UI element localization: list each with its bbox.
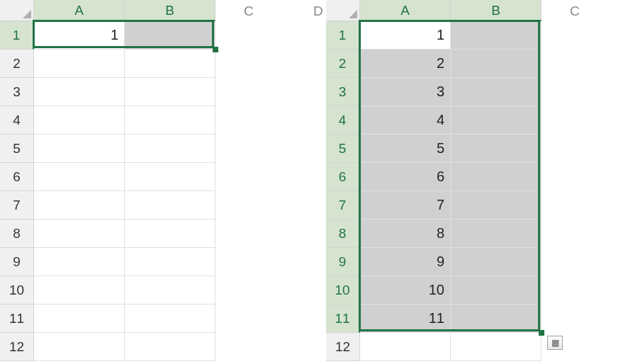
cell[interactable] xyxy=(360,333,451,361)
row-header[interactable]: 12 xyxy=(0,333,34,361)
cell[interactable] xyxy=(34,248,125,276)
cell[interactable] xyxy=(125,333,215,361)
row-header[interactable]: 10 xyxy=(326,276,360,305)
cell[interactable] xyxy=(34,78,125,106)
row-header[interactable]: 9 xyxy=(0,248,34,276)
select-all-corner[interactable] xyxy=(326,0,360,21)
cell[interactable] xyxy=(34,135,125,163)
cell[interactable] xyxy=(34,220,125,248)
row-header[interactable]: 11 xyxy=(0,305,34,333)
row-header[interactable]: 1 xyxy=(326,21,360,50)
cell[interactable]: 3 xyxy=(360,78,451,106)
cell[interactable] xyxy=(34,50,125,78)
cell[interactable] xyxy=(451,305,542,333)
cell[interactable] xyxy=(451,21,542,50)
autofill-options-icon: ▦ xyxy=(551,338,559,348)
cell[interactable]: 7 xyxy=(360,191,451,220)
cell[interactable] xyxy=(34,305,125,333)
cell[interactable] xyxy=(34,276,125,305)
cell[interactable]: 8 xyxy=(360,220,451,248)
column-header-partial-next: C xyxy=(570,4,580,19)
row-header[interactable]: 4 xyxy=(326,106,360,135)
cell[interactable]: 1 xyxy=(360,21,451,50)
cell[interactable]: 10 xyxy=(360,276,451,305)
row-header[interactable]: 9 xyxy=(326,248,360,276)
row-header[interactable]: 4 xyxy=(0,106,34,135)
select-all-corner[interactable] xyxy=(0,0,34,21)
fill-handle[interactable] xyxy=(539,330,544,336)
row-header[interactable]: 7 xyxy=(0,191,34,220)
cell[interactable] xyxy=(125,305,215,333)
cell[interactable]: 9 xyxy=(360,248,451,276)
cell[interactable]: 6 xyxy=(360,163,451,191)
fill-handle[interactable] xyxy=(213,47,218,52)
row-header[interactable]: 3 xyxy=(0,78,34,106)
cell[interactable] xyxy=(34,163,125,191)
row-header[interactable]: 2 xyxy=(0,50,34,78)
column-header-A[interactable]: A xyxy=(360,0,451,21)
cell[interactable] xyxy=(125,276,215,305)
cell[interactable] xyxy=(451,276,542,305)
spreadsheet-left[interactable]: ABC1123456789101112 xyxy=(0,0,305,361)
cell[interactable]: 2 xyxy=(360,50,451,78)
row-header[interactable]: 10 xyxy=(0,276,34,305)
row-header[interactable]: 6 xyxy=(0,163,34,191)
cell[interactable]: 5 xyxy=(360,135,451,163)
column-header-partial-prev: D xyxy=(313,4,323,19)
row-header[interactable]: 8 xyxy=(326,220,360,248)
cell[interactable] xyxy=(451,333,542,361)
spreadsheet-right[interactable]: ABDC1122334455667788991010111112▦ xyxy=(326,0,628,361)
cell[interactable] xyxy=(125,220,215,248)
cell[interactable] xyxy=(451,135,542,163)
cell[interactable] xyxy=(451,163,542,191)
cell[interactable] xyxy=(451,191,542,220)
cell[interactable]: 1 xyxy=(34,21,125,50)
autofill-options-button[interactable]: ▦ xyxy=(547,336,563,350)
row-header[interactable]: 5 xyxy=(326,135,360,163)
cell[interactable] xyxy=(125,78,215,106)
cell[interactable] xyxy=(34,106,125,135)
cell[interactable] xyxy=(125,248,215,276)
column-header-A[interactable]: A xyxy=(34,0,125,21)
cell[interactable] xyxy=(125,163,215,191)
cell[interactable] xyxy=(34,191,125,220)
cell[interactable] xyxy=(125,21,215,50)
row-header[interactable]: 2 xyxy=(326,50,360,78)
column-header-partial-next: C xyxy=(244,4,254,19)
cell[interactable] xyxy=(125,106,215,135)
cell[interactable] xyxy=(125,135,215,163)
cell[interactable] xyxy=(451,106,542,135)
cell[interactable] xyxy=(451,78,542,106)
cell[interactable] xyxy=(451,50,542,78)
cell[interactable] xyxy=(125,191,215,220)
cell[interactable] xyxy=(451,248,542,276)
cell[interactable] xyxy=(125,50,215,78)
row-header[interactable]: 7 xyxy=(326,191,360,220)
cell[interactable] xyxy=(34,333,125,361)
row-header[interactable]: 6 xyxy=(326,163,360,191)
row-header[interactable]: 11 xyxy=(326,305,360,333)
cell[interactable]: 4 xyxy=(360,106,451,135)
row-header[interactable]: 3 xyxy=(326,78,360,106)
cell[interactable] xyxy=(451,220,542,248)
column-header-B[interactable]: B xyxy=(451,0,542,21)
row-header[interactable]: 5 xyxy=(0,135,34,163)
row-header[interactable]: 1 xyxy=(0,21,34,50)
column-header-B[interactable]: B xyxy=(125,0,215,21)
row-header[interactable]: 12 xyxy=(326,333,360,361)
cell[interactable]: 11 xyxy=(360,305,451,333)
row-header[interactable]: 8 xyxy=(0,220,34,248)
